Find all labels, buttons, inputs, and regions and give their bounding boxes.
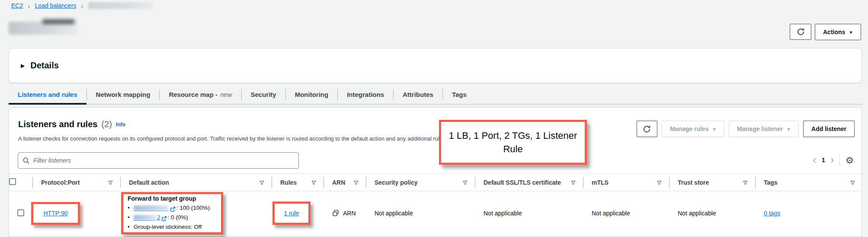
stickiness-line: • Group-level stickiness: Off — [128, 222, 218, 232]
ec2-load-balancer-page: EC2 › Load balancers › Actions ▼ ▶ Detai… — [0, 0, 868, 237]
rules-link[interactable]: 1 rule — [284, 210, 299, 217]
refresh-listeners-button[interactable] — [637, 121, 657, 137]
column-label: Tags — [764, 179, 778, 186]
column-label: Default SSL/TLS certificate — [484, 179, 561, 186]
column-header-ssl-certificate[interactable]: Default SSL/TLS certificate▽ — [475, 174, 583, 191]
select-all-header — [9, 174, 32, 191]
tab-label: Network mapping — [96, 91, 151, 98]
target-group-weight: : 100 (100%) — [176, 203, 210, 213]
breadcrumb-link-load-balancers[interactable]: Load balancers — [35, 2, 77, 9]
copy-icon[interactable] — [332, 210, 339, 217]
bullet-icon: • — [128, 203, 134, 213]
panel-count: (2) — [101, 119, 112, 129]
annotation-box-default-action: Forward to target group • : 100 (100%) • — [121, 192, 223, 234]
sort-icon: ▽ — [260, 179, 264, 186]
tab-monitoring[interactable]: Monitoring — [286, 85, 337, 104]
target-group-link-redacted[interactable] — [134, 215, 156, 221]
target-group-link-suffix[interactable]: 2 — [157, 213, 160, 222]
previous-page-icon[interactable]: ‹ — [813, 154, 816, 165]
column-header-mtls[interactable]: mTLS▽ — [583, 174, 669, 191]
caret-down-icon: ▼ — [712, 127, 717, 131]
actions-button[interactable]: Actions ▼ — [815, 24, 861, 40]
panel-title-row: Listeners and rules (2) Info — [18, 119, 125, 129]
refresh-icon — [797, 28, 805, 36]
external-link-icon[interactable] — [161, 216, 167, 221]
details-section[interactable]: ▶ Details — [9, 48, 862, 83]
page-title-redacted — [9, 22, 78, 35]
tab-security[interactable]: Security — [242, 85, 285, 104]
annotation-callout: 1 LB, 1 Port, 2 TGs, 1 Listener Rule — [439, 120, 587, 165]
next-page-icon[interactable]: › — [831, 154, 834, 165]
column-header-arn[interactable]: ARN▽ — [323, 174, 366, 191]
target-group-weight: : 0 (0%) — [168, 213, 188, 222]
annotation-box-rules: 1 rule — [272, 202, 311, 225]
breadcrumb-redacted-load-balancer-name — [88, 2, 153, 9]
column-label: Protocol:Port — [41, 179, 80, 186]
tab-network-mapping[interactable]: Network mapping — [87, 85, 160, 104]
table-header-row: Protocol:Port▽ Default action▽ Rules▽ AR… — [9, 174, 862, 191]
actions-button-label: Actions — [823, 29, 845, 35]
tags-link[interactable]: 0 tags — [764, 210, 780, 217]
default-action-heading: Forward to target group — [128, 194, 218, 203]
target-group-link-redacted[interactable] — [134, 205, 168, 211]
breadcrumb-chevron-icon: › — [81, 1, 83, 10]
sort-icon: ▽ — [312, 179, 316, 186]
external-link-icon[interactable] — [170, 206, 176, 212]
select-all-checkbox[interactable] — [9, 178, 16, 185]
listener-link[interactable]: HTTP:90 — [43, 210, 67, 217]
mtls-value: Not applicable — [592, 210, 630, 217]
add-listener-button[interactable]: Add listener — [803, 121, 855, 137]
add-listener-label: Add listener — [811, 125, 846, 132]
target-group-line: • : 100 (100%) — [128, 203, 218, 213]
tab-label: Attributes — [403, 91, 433, 98]
column-header-protocol-port[interactable]: Protocol:Port▽ — [32, 174, 120, 191]
column-header-default-action[interactable]: Default action▽ — [120, 174, 272, 191]
tab-label: Listeners and rules — [18, 91, 77, 98]
page-number[interactable]: 1 — [822, 157, 825, 163]
column-header-rules[interactable]: Rules▽ — [272, 174, 323, 191]
page-header-actions: Actions ▼ — [790, 24, 861, 40]
panel-description: A listener checks for connection request… — [18, 135, 447, 142]
tab-resource-map[interactable]: Resource map -new — [160, 85, 241, 104]
tab-attributes[interactable]: Attributes — [394, 85, 442, 104]
sort-icon: ▽ — [463, 179, 467, 186]
sort-icon: ▽ — [657, 179, 661, 186]
refresh-button[interactable] — [790, 24, 811, 40]
pagination-divider — [839, 154, 840, 166]
breadcrumb-link-ec2[interactable]: EC2 — [11, 2, 23, 9]
column-header-security-policy[interactable]: Security policy▽ — [366, 174, 475, 191]
sort-icon: ▽ — [354, 179, 358, 186]
annotation-box-protocol: HTTP:90 — [31, 202, 80, 225]
caret-down-icon: ▼ — [786, 127, 791, 131]
page-title-redacted-glyphs — [42, 19, 74, 24]
search-icon — [22, 157, 30, 164]
ssl-certificate-value: Not applicable — [484, 210, 522, 217]
tab-label: Tags — [452, 91, 467, 98]
bullet-icon: • — [128, 213, 134, 222]
column-header-tags[interactable]: Tags▽ — [755, 174, 862, 191]
details-label: Details — [30, 61, 59, 70]
pagination: ‹ 1 › ⚙ — [813, 154, 854, 166]
row-checkbox[interactable] — [17, 209, 24, 216]
manage-rules-button[interactable]: Manage rules ▼ — [662, 121, 724, 137]
tab-tags[interactable]: Tags — [443, 85, 476, 104]
filter-listeners-input[interactable] — [33, 157, 294, 164]
arn-label: ARN — [343, 210, 356, 217]
trust-store-value: Not applicable — [678, 210, 716, 217]
tab-listeners-and-rules[interactable]: Listeners and rules — [9, 85, 86, 104]
column-label: Security policy — [375, 179, 418, 186]
info-link[interactable]: Info — [116, 122, 125, 128]
manage-listener-button[interactable]: Manage listener ▼ — [729, 121, 799, 137]
tab-label: Security — [251, 91, 276, 98]
breadcrumb-chevron-icon: › — [28, 1, 30, 10]
gear-icon[interactable]: ⚙ — [846, 156, 854, 165]
tab-integrations[interactable]: Integrations — [338, 85, 393, 104]
listeners-table: Protocol:Port▽ Default action▽ Rules▽ AR… — [9, 173, 862, 236]
column-label: Trust store — [678, 179, 709, 186]
column-label: mTLS — [592, 179, 609, 186]
bullet-icon: • — [128, 222, 134, 232]
expand-triangle-icon: ▶ — [21, 63, 25, 69]
column-header-trust-store[interactable]: Trust store▽ — [669, 174, 755, 191]
caret-down-icon: ▼ — [849, 30, 853, 35]
annotation-callout-text: 1 LB, 1 Port, 2 TGs, 1 Listener Rule — [447, 129, 579, 156]
